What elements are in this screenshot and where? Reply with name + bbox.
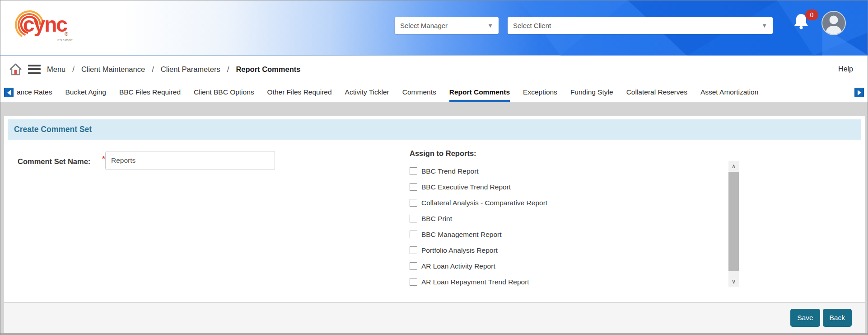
chevron-down-icon: ▼ — [487, 22, 493, 29]
breadcrumb-separator: / — [152, 65, 154, 73]
report-checkbox-row[interactable]: BBC Executive Trend Report — [410, 179, 547, 195]
checkbox-unchecked[interactable] — [410, 262, 417, 270]
report-label: BBC Executive Trend Report — [421, 183, 511, 191]
scroll-down-button[interactable]: ∨ — [728, 276, 739, 287]
tab-label: Exceptions — [523, 88, 557, 96]
tab-strip: ance RatesBucket AgingBBC Files Required… — [0, 83, 868, 102]
tab-activity-tickler[interactable]: Activity Tickler — [345, 83, 389, 102]
checkbox-unchecked[interactable] — [410, 246, 417, 254]
tab-label: ance Rates — [17, 88, 52, 96]
report-checkbox-row[interactable]: Portfolio Analysis Report — [410, 242, 547, 258]
breadcrumb-item[interactable]: Report Comments — [236, 65, 300, 73]
logo-tagline: It's Smart — [57, 38, 73, 42]
tab-label: Comments — [402, 88, 436, 96]
report-label: Collateral Analysis - Comparative Report — [421, 199, 547, 207]
tab-client-bbc-options[interactable]: Client BBC Options — [194, 83, 254, 102]
app-header: cync ® It's Smart Select Manager ▼ Selec… — [0, 0, 868, 56]
tabs-scroll-right-button[interactable] — [854, 88, 864, 97]
report-list-scrollbar[interactable]: ∧ ∨ — [728, 161, 739, 287]
report-label: AR Loan Repayment Trend Report — [421, 278, 529, 286]
report-checkbox-row[interactable]: Collateral Analysis - Comparative Report — [410, 195, 547, 211]
home-icon[interactable] — [9, 63, 22, 75]
save-button[interactable]: Save — [790, 309, 820, 327]
tab-bucket-aging[interactable]: Bucket Aging — [65, 83, 106, 102]
comment-set-name-input[interactable] — [105, 151, 275, 170]
manager-select[interactable]: Select Manager ▼ — [395, 17, 499, 34]
page: cync ® It's Smart Select Manager ▼ Selec… — [0, 0, 868, 335]
comment-set-name-label: Comment Set Name: — [18, 157, 90, 166]
tab-label: Funding Style — [570, 88, 613, 96]
tab-label: Report Comments — [449, 88, 510, 96]
avatar[interactable] — [821, 11, 846, 35]
report-label: BBC Management Report — [421, 231, 501, 239]
tab-label: Activity Tickler — [345, 88, 389, 96]
report-checkbox-row[interactable]: AR Loan Repayment Trend Report — [410, 274, 547, 290]
checkbox-unchecked[interactable] — [410, 167, 417, 175]
breadcrumb: Menu /Client Maintenance/Client Paramete… — [47, 65, 300, 74]
scroll-up-button[interactable]: ∧ — [728, 161, 739, 171]
breadcrumb-bar: Menu /Client Maintenance/Client Paramete… — [0, 56, 868, 83]
create-comment-set-panel: Create Comment Set Comment Set Name: * A… — [4, 116, 865, 302]
tab-collateral-reserves[interactable]: Collateral Reserves — [626, 83, 687, 102]
tab-funding-style[interactable]: Funding Style — [570, 83, 613, 102]
tab-label: BBC Files Required — [119, 88, 181, 96]
tab-label: Client BBC Options — [194, 88, 254, 96]
tab-asset-amortization[interactable]: Asset Amortization — [700, 83, 758, 102]
assign-to-reports-label: Assign to Reports: — [410, 149, 476, 158]
report-label: BBC Trend Report — [421, 167, 479, 175]
panel-title: Create Comment Set — [14, 125, 92, 134]
bottom-edge — [0, 333, 868, 335]
tab-label: Asset Amortization — [700, 88, 758, 96]
report-checkbox-row[interactable]: BBC Trend Report — [410, 163, 547, 179]
tab-label: Bucket Aging — [65, 88, 106, 96]
checkbox-unchecked[interactable] — [410, 278, 417, 286]
manager-select-value: Select Manager — [400, 22, 448, 29]
tab-bbc-files-required[interactable]: BBC Files Required — [119, 83, 181, 102]
tab-label: Other Files Required — [267, 88, 332, 96]
report-checkbox-list: BBC Trend ReportBBC Executive Trend Repo… — [410, 163, 547, 290]
report-label: AR Loan Activity Report — [421, 262, 495, 270]
tab-comments[interactable]: Comments — [402, 83, 436, 102]
report-checkbox-row[interactable]: BBC Print — [410, 211, 547, 226]
logo-registered-mark: ® — [65, 31, 68, 37]
menu-icon[interactable] — [28, 65, 41, 74]
breadcrumb-item[interactable]: Client Maintenance — [81, 65, 145, 73]
tabs-scroll-left-button[interactable] — [4, 88, 14, 97]
notifications-button[interactable]: 0 — [793, 12, 814, 34]
help-link[interactable]: Help — [838, 65, 853, 73]
notification-badge: 0 — [805, 9, 818, 20]
breadcrumb-menu[interactable]: Menu — [47, 65, 65, 74]
breadcrumb-separator: / — [72, 65, 75, 73]
checkbox-unchecked[interactable] — [410, 183, 417, 191]
logo-brand-text: cync — [23, 13, 67, 36]
checkbox-unchecked[interactable] — [410, 231, 417, 238]
client-select-value: Select Client — [513, 22, 551, 29]
panel-header: Create Comment Set — [8, 119, 861, 140]
checkbox-unchecked[interactable] — [410, 199, 417, 207]
arrow-right-icon — [858, 90, 861, 95]
tab-exceptions[interactable]: Exceptions — [523, 83, 557, 102]
back-button[interactable]: Back — [823, 309, 852, 327]
tab-other-files-required[interactable]: Other Files Required — [267, 83, 332, 102]
report-label: Portfolio Analysis Report — [421, 246, 498, 255]
checkbox-unchecked[interactable] — [410, 215, 417, 222]
scrollbar-thumb[interactable] — [728, 172, 739, 271]
breadcrumb-item[interactable]: Client Parameters — [161, 65, 220, 73]
report-label: BBC Print — [421, 215, 452, 223]
arrow-left-icon — [7, 90, 11, 95]
cync-logo: cync ® It's Smart — [14, 6, 91, 44]
required-marker: * — [102, 155, 105, 164]
tab-report-comments[interactable]: Report Comments — [449, 83, 510, 102]
report-checkbox-row[interactable]: BBC Management Report — [410, 226, 547, 242]
person-icon — [822, 12, 845, 34]
tab-list: ance RatesBucket AgingBBC Files Required… — [17, 83, 851, 102]
breadcrumb-trail: /Client Maintenance/Client Parameters/Re… — [65, 65, 300, 74]
tab-label: Collateral Reserves — [626, 88, 687, 96]
chevron-down-icon: ▼ — [761, 22, 767, 29]
footer-bar: Save Back — [4, 302, 865, 333]
tab-ance-rates[interactable]: ance Rates — [17, 83, 52, 102]
client-select[interactable]: Select Client ▼ — [508, 17, 773, 34]
breadcrumb-separator: / — [227, 65, 229, 73]
report-checkbox-row[interactable]: AR Loan Activity Report — [410, 258, 547, 274]
